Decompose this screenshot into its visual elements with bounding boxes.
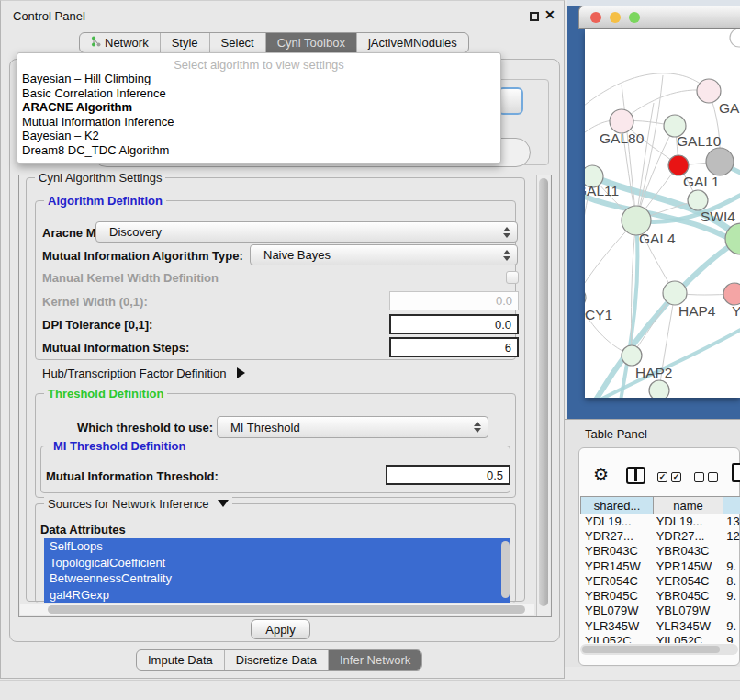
tab-network[interactable]: Network [80, 33, 160, 52]
network-node-hap2[interactable] [622, 345, 642, 366]
network-node-gcy1[interactable] [585, 288, 586, 308]
aracne-mode-select[interactable]: Discovery [95, 221, 518, 243]
table-cell[interactable]: 9. [722, 588, 740, 603]
network-node-swi4[interactable] [688, 190, 708, 210]
table-row[interactable]: YDL19...YDL19...13 [580, 514, 740, 528]
table-cell[interactable]: YPR145W [580, 559, 652, 573]
apply-button[interactable]: Apply [251, 619, 310, 639]
column-header-name[interactable]: name [654, 497, 723, 514]
table-cell[interactable]: 9. [722, 618, 740, 633]
table-cell[interactable]: 13 [722, 514, 740, 528]
algorithm-option[interactable]: Bayesian – K2 [17, 129, 500, 143]
deselect-all-icon[interactable] [694, 472, 718, 482]
table-row[interactable]: YBL079WYBL079W [580, 604, 740, 618]
collapse-arrow-icon[interactable] [218, 500, 229, 507]
network-node[interactable] [649, 380, 669, 398]
gear-icon[interactable]: ⚙ [593, 464, 609, 485]
table-cell[interactable]: YDL19... [580, 514, 652, 528]
table-cell[interactable]: YLR345W [652, 618, 723, 633]
table-cell[interactable]: YER054C [652, 573, 723, 588]
table-cell[interactable]: YBR045C [580, 588, 652, 603]
focused-combo-fragment[interactable] [498, 87, 523, 115]
table-row[interactable]: YPR145WYPR145W9. [580, 559, 740, 573]
algorithm-option[interactable]: Basic Correlation Inference [17, 86, 500, 101]
table-cell[interactable]: 8. [722, 573, 740, 588]
table-cell[interactable]: YPR145W [652, 559, 723, 573]
float-window-button[interactable] [530, 12, 539, 21]
vertical-scrollbar[interactable] [536, 175, 550, 616]
list-scrollbar[interactable] [501, 541, 510, 598]
table-cell[interactable]: YBR045C [652, 588, 723, 603]
manual-kernel-width-checkbox[interactable] [506, 271, 519, 284]
mi-steps-field[interactable]: 6 [389, 337, 519, 357]
table-cell[interactable]: YDR27... [652, 528, 723, 543]
algorithm-option[interactable]: Dream8 DC_TDC Algorithm [17, 143, 500, 158]
attribute-list-item[interactable]: BetweennessCentrality [44, 570, 510, 587]
algorithm-option[interactable]: Mutual Information Inference [17, 115, 500, 130]
file-icon[interactable] [732, 463, 740, 482]
table-row[interactable]: YDR27...YDR27...12 [580, 528, 740, 543]
table-cell[interactable] [722, 604, 740, 618]
sources-group-title[interactable]: Sources for Network Inference [44, 497, 232, 511]
algorithm-option[interactable]: Bayesian – Hill Climbing [17, 72, 500, 86]
table-cell[interactable]: YBR043C [652, 544, 723, 559]
network-node[interactable] [730, 29, 740, 47]
data-attributes-list[interactable]: SelfLoopsTopologicalCoefficientBetweenne… [44, 538, 510, 603]
table-cell[interactable]: YBL079W [652, 604, 723, 618]
network-node-hap4[interactable] [663, 281, 687, 305]
column-header-3[interactable]: A [723, 497, 740, 514]
network-node[interactable] [706, 148, 734, 175]
table-cell[interactable]: YLR345W [580, 618, 652, 633]
network-node-y[interactable] [723, 283, 740, 305]
tab-infer-network[interactable]: Infer Network [328, 650, 421, 670]
tab-discretize-data[interactable]: Discretize Data [224, 650, 328, 670]
hub-definition-toggle[interactable]: Hub/Transcription Factor Definition [42, 367, 245, 380]
dpi-tolerance-field[interactable]: 0.0 [389, 314, 519, 334]
table-cell[interactable]: YER054C [580, 573, 652, 588]
table-row[interactable]: YBR045CYBR045C9. [580, 588, 740, 603]
table-cell[interactable]: YDR27... [580, 528, 652, 543]
close-traffic-light[interactable] [590, 12, 601, 23]
which-threshold-select[interactable]: MI Threshold [217, 416, 488, 438]
split-columns-icon[interactable] [626, 467, 645, 484]
mi-threshold-field[interactable]: 0.5 [386, 465, 510, 485]
table-cell[interactable]: YBL079W [580, 604, 652, 618]
tab-impute-data[interactable]: Impute Data [137, 650, 224, 670]
table-cell[interactable]: 12 [722, 528, 740, 543]
node-table-header[interactable]: shared... name A [580, 496, 740, 514]
attribute-list-item[interactable]: SelfLoops [44, 538, 510, 555]
table-row[interactable]: YER054CYER054C8. [580, 573, 740, 588]
node-table-body[interactable]: YDL19...YDL19...13YDR27...YDR27...12YBR0… [580, 514, 740, 643]
network-window-titlebar[interactable] [578, 6, 740, 29]
table-cell[interactable]: YIL052C [652, 633, 723, 643]
tab-jactivemnodules[interactable]: jActiveMNodules [356, 33, 468, 52]
table-cell[interactable] [722, 544, 740, 559]
tab-cyni-toolbox[interactable]: Cyni Toolbox [265, 33, 356, 52]
table-cell[interactable]: 9. [722, 559, 740, 573]
mi-algorithm-type-select[interactable]: Naive Bayes [250, 244, 518, 265]
table-row[interactable]: YLR345WYLR345W9. [580, 618, 740, 633]
table-row[interactable]: YIL052CYIL052C9 [580, 633, 740, 643]
attribute-list-item[interactable]: gal4RGexp [44, 587, 510, 604]
table-horizontal-scrollbar[interactable] [580, 644, 738, 655]
expand-arrow-icon[interactable] [237, 367, 245, 378]
close-window-button[interactable]: ✕ [544, 7, 555, 22]
tab-style[interactable]: Style [160, 33, 209, 52]
table-cell[interactable]: YIL052C [580, 633, 652, 643]
tab-select[interactable]: Select [209, 33, 265, 52]
algorithm-option[interactable]: ARACNE Algorithm [17, 100, 500, 115]
network-canvas[interactable]: GALGAL80GAL10GAL1GAL11SWI4GAL4GCY1HAP4YH… [585, 29, 740, 398]
column-header-shared-name[interactable]: shared... [581, 497, 654, 514]
table-cell[interactable]: YDL19... [652, 514, 723, 528]
zoom-traffic-light[interactable] [629, 12, 640, 23]
minimize-traffic-light[interactable] [610, 12, 621, 23]
network-node-gal[interactable] [697, 79, 721, 103]
select-all-icon[interactable]: ✓✓ [657, 472, 681, 482]
attribute-list-item[interactable]: TopologicalCoefficient [44, 555, 510, 571]
table-cell[interactable]: 9 [722, 633, 740, 643]
kernel-width-field[interactable]: 0.0 [389, 291, 519, 310]
horizontal-scrollbar[interactable] [20, 604, 534, 615]
table-cell[interactable]: YBR043C [580, 544, 652, 559]
network-node-gal1[interactable] [668, 155, 689, 175]
table-row[interactable]: YBR043CYBR043C [580, 544, 740, 559]
